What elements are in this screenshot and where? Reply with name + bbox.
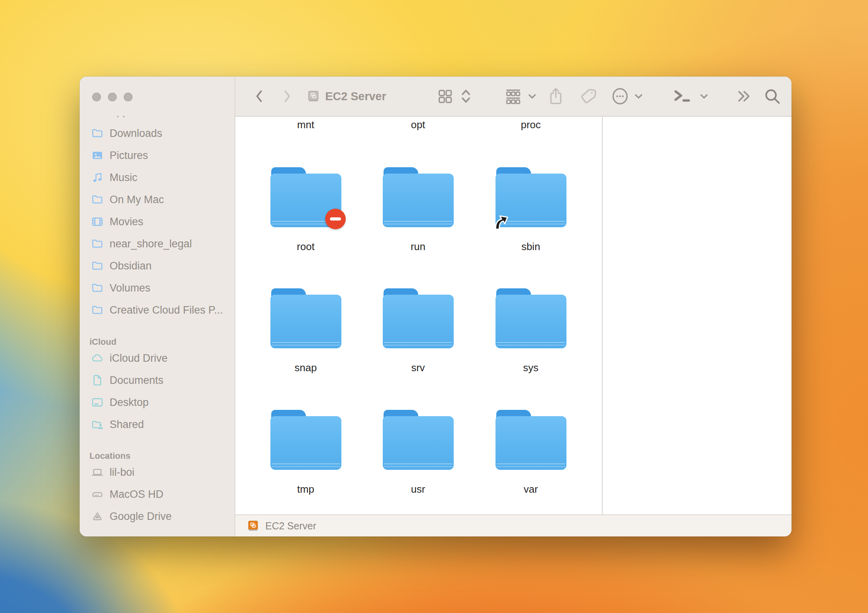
folder-label: sys bbox=[475, 362, 587, 374]
toolbar: EC2 Server bbox=[235, 77, 792, 117]
movies-icon bbox=[91, 215, 104, 228]
folder-icon bbox=[91, 281, 104, 295]
sidebar-item-apps[interactable]: Apps bbox=[80, 116, 234, 122]
finder-window: Apps Downloads Pictures bbox=[80, 77, 792, 536]
sidebar-item-movies[interactable]: Movies bbox=[80, 211, 234, 233]
ellipsis-circle-icon bbox=[611, 87, 630, 106]
folder-item-run[interactable]: run bbox=[362, 167, 474, 253]
sidebar-item-label: Downloads bbox=[110, 127, 162, 140]
sidebar-section-icloud: iCloud bbox=[80, 331, 234, 347]
server-drive-icon bbox=[306, 89, 320, 103]
folder-label[interactable]: proc bbox=[475, 119, 587, 131]
sidebar-item-volumes[interactable]: Volumes bbox=[80, 277, 234, 299]
folder-label[interactable]: mnt bbox=[250, 119, 362, 131]
sidebar-item-google-drive[interactable]: Google Drive bbox=[80, 505, 234, 527]
forward-button[interactable] bbox=[280, 88, 294, 104]
more-actions-control[interactable] bbox=[611, 87, 644, 106]
cloud-icon bbox=[91, 351, 104, 365]
share-button[interactable] bbox=[547, 86, 565, 107]
pictures-icon bbox=[91, 149, 104, 162]
folder-icon bbox=[383, 288, 454, 348]
sidebar-item-music[interactable]: Music bbox=[80, 166, 234, 189]
toolbar-overflow-button[interactable] bbox=[735, 89, 753, 103]
chevron-down-icon bbox=[699, 91, 709, 101]
folder-icon bbox=[495, 410, 566, 470]
chevron-down-icon bbox=[633, 91, 644, 101]
sidebar-item-label: Volumes bbox=[110, 282, 151, 294]
folder-item-tmp[interactable]: tmp bbox=[250, 410, 362, 495]
sidebar-scroll-area[interactable]: Apps Downloads Pictures bbox=[80, 116, 234, 536]
zoom-window-button[interactable] bbox=[124, 93, 132, 101]
sidebar-item-label: Google Drive bbox=[110, 510, 172, 523]
sidebar-item-label: Movies bbox=[110, 216, 143, 228]
folder-icon bbox=[495, 288, 566, 348]
terminal-control[interactable] bbox=[673, 88, 709, 104]
tag-button[interactable] bbox=[579, 87, 598, 106]
sidebar-item-label: near_shore_legal bbox=[110, 238, 192, 250]
folder-item-sbin[interactable]: sbin bbox=[475, 167, 587, 253]
sidebar-item-lil-boi[interactable]: lil-boi bbox=[80, 461, 234, 483]
sidebar-item-icloud-drive[interactable]: iCloud Drive bbox=[80, 347, 234, 369]
sidebar-item-label: Shared bbox=[110, 419, 144, 431]
group-by-icon bbox=[504, 87, 522, 105]
folder-label[interactable]: opt bbox=[362, 119, 474, 131]
minimize-window-button[interactable] bbox=[108, 93, 117, 101]
folder-label: run bbox=[362, 241, 474, 253]
folder-icon bbox=[91, 259, 104, 273]
window-title-area: EC2 Server bbox=[306, 89, 386, 103]
laptop-icon bbox=[91, 465, 104, 479]
sidebar-item-near-shore-legal[interactable]: near_shore_legal bbox=[80, 233, 234, 255]
folder-item-snap[interactable]: snap bbox=[250, 288, 362, 374]
chevron-up-down-icon bbox=[459, 88, 473, 105]
sidebar-item-obsidian[interactable]: Obsidian bbox=[80, 255, 234, 277]
folder-icon bbox=[383, 167, 454, 227]
folder-label: root bbox=[250, 241, 362, 253]
document-icon bbox=[91, 374, 104, 387]
sidebar-item-pictures[interactable]: Pictures bbox=[80, 144, 234, 166]
folder-item-usr[interactable]: usr bbox=[362, 410, 474, 495]
sidebar-item-label: Desktop bbox=[110, 396, 149, 409]
desktop-icon bbox=[91, 396, 104, 409]
pane-divider bbox=[602, 117, 603, 514]
sidebar-item-label: iCloud Drive bbox=[110, 352, 168, 364]
folder-icon bbox=[270, 288, 341, 348]
no-access-badge-icon bbox=[325, 209, 346, 229]
folder-label: tmp bbox=[250, 483, 362, 495]
google-drive-icon bbox=[91, 510, 104, 523]
server-drive-icon bbox=[246, 519, 260, 533]
sidebar-item-label: MacOS HD bbox=[110, 488, 164, 501]
sidebar-item-shared[interactable]: Shared bbox=[80, 413, 234, 435]
folder-icon bbox=[91, 127, 104, 140]
folder-item-sys[interactable]: sys bbox=[475, 288, 587, 374]
group-by-control[interactable] bbox=[504, 87, 537, 105]
folder-item-var[interactable]: var bbox=[475, 410, 587, 495]
main-pane: EC2 Server bbox=[235, 77, 792, 536]
sidebar-item-desktop[interactable]: Desktop bbox=[80, 391, 234, 413]
file-browser-area[interactable]: mnt opt proc root run bbox=[235, 117, 792, 514]
folder-icon bbox=[270, 167, 341, 227]
sidebar-item-documents[interactable]: Documents bbox=[80, 369, 234, 391]
folder-item-root[interactable]: root bbox=[250, 167, 362, 253]
window-title: EC2 Server bbox=[325, 90, 386, 103]
folder-item-srv[interactable]: srv bbox=[362, 288, 474, 374]
back-button[interactable] bbox=[253, 88, 266, 104]
status-bar: EC2 Server bbox=[235, 514, 792, 536]
sidebar-item-label: Creative Cloud Files P... bbox=[110, 304, 223, 316]
sidebar-item-on-my-mac[interactable]: On My Mac bbox=[80, 189, 234, 211]
sidebar-item-downloads[interactable]: Downloads bbox=[80, 122, 234, 144]
symlink-arrow-icon bbox=[492, 211, 510, 230]
sidebar-item-macos-hd[interactable]: MacOS HD bbox=[80, 483, 234, 505]
folder-label: var bbox=[475, 483, 587, 495]
sidebar-item-creative-cloud-files[interactable]: Creative Cloud Files P... bbox=[80, 299, 234, 321]
status-bar-label: EC2 Server bbox=[265, 520, 316, 532]
close-window-button[interactable] bbox=[92, 93, 101, 101]
folder-icon bbox=[383, 410, 454, 470]
sidebar-item-label: Obsidian bbox=[110, 260, 152, 272]
music-icon bbox=[91, 171, 104, 184]
sidebar-item-label: On My Mac bbox=[110, 194, 164, 206]
folder-label: snap bbox=[250, 362, 362, 374]
apps-icon bbox=[91, 116, 104, 118]
chevron-down-icon bbox=[527, 91, 537, 101]
search-button[interactable] bbox=[763, 87, 782, 106]
view-mode-control[interactable] bbox=[436, 88, 473, 105]
